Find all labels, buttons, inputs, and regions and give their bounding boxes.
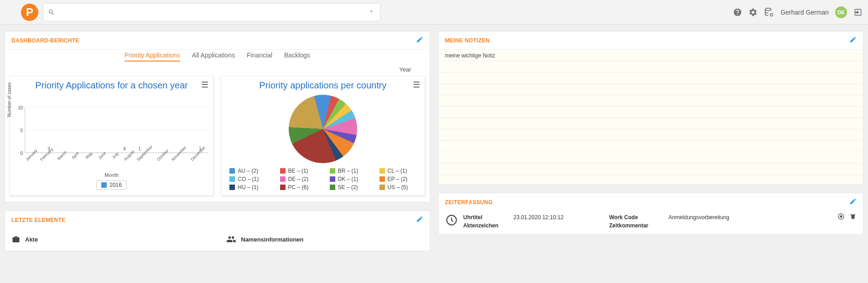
chevron-down-icon[interactable] [368,8,374,16]
bar-chart: ☰ Priority Applications for a chosen yea… [10,76,213,196]
tab-all-applications[interactable]: All Applications [192,51,235,62]
right-column: MEINE NOTIZEN meine wichtige Notiz ZEITE… [438,31,864,251]
pie-legend-item[interactable]: US – (5) [379,184,416,190]
notes-body[interactable]: meine wichtige Notiz [439,49,863,184]
comment-label: Zeitkommentar [609,222,664,229]
timestamp-value: 23.01.2020 12:10:12 [514,214,605,221]
clock-icon [445,214,458,228]
tab-backlogs[interactable]: Backlogs [284,51,310,62]
database-gear-icon[interactable] [764,7,774,17]
main: DASHBOARD-BERICHTE Priority Applications… [0,25,868,257]
dashboard-card: DASHBOARD-BERICHTE Priority Applications… [5,31,430,202]
pie-legend-item[interactable]: CL – (1) [379,168,416,174]
pie-legend-item[interactable]: BE – (1) [280,168,317,174]
pie-legend: AU – (2)BE – (1)BR – (1)CL – (1)CO – (1)… [226,168,420,190]
search-icon [48,9,55,16]
clocktitle-label: Uhrtitel [463,214,509,221]
edit-icon[interactable] [416,36,423,45]
pie-legend-item[interactable]: HU – (1) [229,184,267,190]
chart-menu-icon[interactable]: ☰ [413,80,420,90]
caseref-label: Aktenzeichen [463,222,509,229]
pie-chart-title: Priority applications per country [226,80,420,91]
recent-col-case: Akte [11,234,208,244]
bar-legend: 2016 [15,180,208,190]
logout-icon[interactable] [853,8,863,17]
chart-menu-icon[interactable]: ☰ [201,80,208,90]
workcode-value: Anmeldungsvorbereitung [669,214,833,221]
notes-card: MEINE NOTIZEN meine wichtige Notiz [438,31,864,185]
pie-legend-item[interactable]: DE – (2) [280,176,317,182]
pie-legend-item[interactable]: CO – (1) [229,176,267,182]
briefcase-icon [11,235,21,244]
search-box[interactable] [43,3,380,21]
recent-elements-card: LETZTE ELEMENTE Akte Namensinformationen [5,211,430,251]
search-input[interactable] [59,9,375,16]
help-icon[interactable] [733,8,742,17]
left-column: DASHBOARD-BERICHTE Priority Applications… [5,31,430,251]
svg-point-0 [765,8,771,10]
edit-icon[interactable] [416,216,423,224]
pie-chart: ☰ Priority applications per country AU –… [221,76,425,196]
tab-priority-applications[interactable]: Priority Applications [125,51,180,62]
pie-legend-item[interactable]: EP – (2) [379,176,416,182]
pie-legend-item[interactable]: AU – (2) [229,168,267,174]
record-icon[interactable] [837,213,845,221]
gear-icon[interactable] [748,8,758,17]
time-tracking-title: ZEITERFASSUNG [445,199,493,206]
note-text: meine wichtige Notiz [439,50,863,62]
bar-plot-area: 341881 [25,108,208,153]
y-axis-label: Number of cases [7,82,12,117]
recent-col-names-label: Namensinformationen [241,236,303,243]
workcode-label: Work Code [609,214,664,221]
tab-financial[interactable]: Financial [247,51,272,62]
notes-title: MEINE NOTIZEN [445,37,490,44]
charts-row: ☰ Priority Applications for a chosen yea… [5,76,430,202]
topbar: P Gerhard German DE [0,0,868,25]
svg-point-4 [840,215,842,217]
recent-col-names: Namensinformationen [226,234,423,244]
pie-plot-area [289,95,357,163]
menu-icon[interactable] [5,8,16,16]
pie-legend-item[interactable]: PC – (6) [280,184,317,190]
dashboard-tabs: Priority ApplicationsAll ApplicationsFin… [5,49,430,66]
edit-icon[interactable] [849,36,857,45]
topbar-right: Gerhard German DE [733,6,863,18]
pie-legend-item[interactable]: BR – (1) [330,168,367,174]
pie-legend-item[interactable]: DK – (1) [330,176,367,182]
bar-chart-title: Priority Applications for a chosen year [15,80,208,91]
avatar[interactable]: DE [835,6,847,18]
pie-legend-item[interactable]: SE – (2) [330,184,367,190]
recent-elements-title: LETZTE ELEMENTE [11,217,66,223]
time-tracking-card: ZEITERFASSUNG Uhrtitel 23.01.2020 12:10:… [438,193,864,235]
username-label[interactable]: Gerhard German [780,9,829,16]
people-icon [226,234,236,244]
x-axis-label: Month [15,172,208,178]
edit-icon[interactable] [849,198,857,206]
dashboard-title: DASHBOARD-BERICHTE [11,37,79,44]
app-logo[interactable]: P [21,4,38,21]
recent-col-case-label: Akte [25,236,38,243]
year-label: Year [5,66,430,76]
trash-icon[interactable] [849,213,857,221]
bar-legend-label: 2016 [109,182,122,188]
